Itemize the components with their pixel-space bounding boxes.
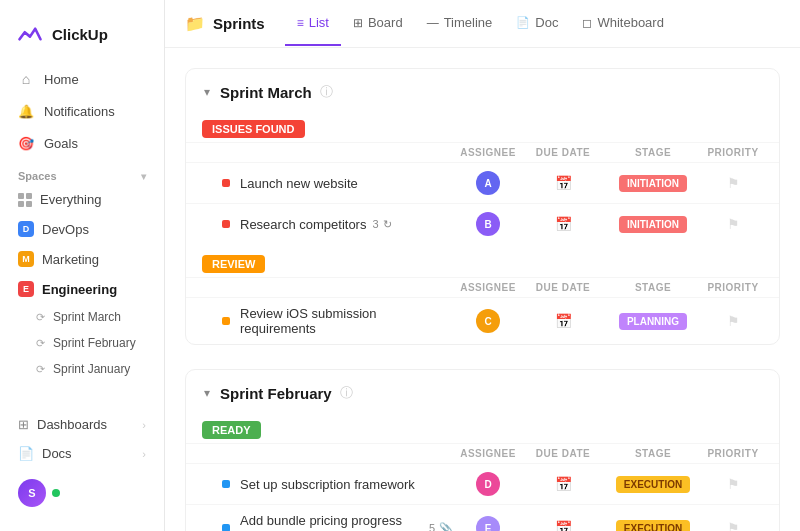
content-area: ▾ Sprint March ⓘ ISSUES FOUND ASSIGNEE D… — [165, 48, 800, 531]
assignee-avatar-4: D — [476, 472, 500, 496]
task-name-text-1: Launch new website — [240, 176, 358, 191]
engineering-icon: E — [18, 281, 34, 297]
sidebar-item-devops[interactable]: D DevOps — [8, 215, 156, 243]
sprint-february-collapse-button[interactable]: ▾ — [202, 384, 212, 402]
everything-label: Everything — [40, 192, 101, 207]
calendar-icon-1[interactable]: 📅 — [555, 175, 572, 191]
task-table-header-2: ASSIGNEE DUE DATE STAGE PRIORITY — [186, 277, 779, 297]
page-title: Sprints — [213, 15, 265, 32]
sprint-february-info-icon[interactable]: ⓘ — [340, 384, 353, 402]
task-name-1: Launch new website — [240, 176, 453, 191]
table-row[interactable]: Set up subscription framework D 📅 EXECUT… — [186, 463, 779, 504]
clickup-logo-icon — [16, 20, 44, 48]
task-name-5: Add bundle pricing progress bar 5 📎 — [240, 513, 453, 531]
board-tab-label: Board — [368, 15, 403, 30]
sidebar-item-sprint-january[interactable]: ⟳ Sprint January — [8, 357, 156, 381]
sidebar-item-goals[interactable]: 🎯 Goals — [8, 128, 156, 158]
sidebar-item-everything[interactable]: Everything — [8, 186, 156, 213]
task-table-header-1: ASSIGNEE DUE DATE STAGE PRIORITY — [186, 142, 779, 162]
tab-timeline[interactable]: — Timeline — [415, 1, 505, 46]
assignee-avatar-2: B — [476, 212, 500, 236]
assignee-cell-5: E — [453, 516, 523, 531]
flag-icon-2[interactable]: ⚑ — [727, 216, 740, 232]
task-badge-count-5: 5 — [429, 522, 435, 531]
tab-board[interactable]: ⊞ Board — [341, 1, 415, 46]
sprint-march-section: ▾ Sprint March ⓘ ISSUES FOUND ASSIGNEE D… — [185, 68, 780, 345]
sidebar-item-dashboards[interactable]: ⊞ Dashboards › — [8, 411, 156, 438]
docs-chevron: › — [142, 448, 146, 460]
sidebar-item-home[interactable]: ⌂ Home — [8, 64, 156, 94]
task-name-3: Review iOS submission requirements — [240, 306, 453, 336]
calendar-icon-3[interactable]: 📅 — [555, 313, 572, 329]
duedate-cell-1: 📅 — [523, 175, 603, 191]
table-row[interactable]: Research competitors 3 ↻ B 📅 INITIATION … — [186, 203, 779, 244]
task-indicator-icon — [222, 220, 230, 228]
calendar-icon-2[interactable]: 📅 — [555, 216, 572, 232]
stage-cell-2: INITIATION — [603, 216, 703, 233]
stage-badge-3: PLANNING — [619, 313, 687, 330]
table-row[interactable]: Add bundle pricing progress bar 5 📎 E 📅 … — [186, 504, 779, 531]
spaces-list: Everything D DevOps M Marketing E Engine… — [0, 186, 164, 381]
main-content: 📁 Sprints ≡ List ⊞ Board — Timeline 📄 Do… — [165, 0, 800, 531]
task-name-text-3: Review iOS submission requirements — [240, 306, 453, 336]
flag-icon-5[interactable]: ⚑ — [727, 520, 740, 531]
sprint-february-header: ▾ Sprint February ⓘ — [186, 370, 779, 412]
whiteboard-tab-label: Whiteboard — [597, 15, 663, 30]
sidebar-item-notifications[interactable]: 🔔 Notifications — [8, 96, 156, 126]
sidebar-item-docs[interactable]: 📄 Docs › — [8, 440, 156, 467]
calendar-icon-4[interactable]: 📅 — [555, 476, 572, 492]
task-name-4: Set up subscription framework — [240, 477, 453, 492]
docs-label: Docs — [42, 446, 72, 461]
dashboards-label: Dashboards — [37, 417, 107, 432]
tab-doc[interactable]: 📄 Doc — [504, 1, 570, 46]
logo: ClickUp — [0, 12, 164, 64]
sidebar-item-marketing[interactable]: M Marketing — [8, 245, 156, 273]
task-name-text-4: Set up subscription framework — [240, 477, 415, 492]
duedate-cell-2: 📅 — [523, 216, 603, 232]
tab-list[interactable]: ≡ List — [285, 1, 341, 46]
refresh-icon-2: ↻ — [383, 218, 392, 231]
col-stage-header: STAGE — [603, 147, 703, 158]
task-indicator-icon — [222, 317, 230, 325]
sprint-march-info-icon[interactable]: ⓘ — [320, 83, 333, 101]
goals-label: Goals — [44, 136, 78, 151]
priority-cell-3: ⚑ — [703, 313, 763, 329]
sidebar-item-sprint-march[interactable]: ⟳ Sprint March — [8, 305, 156, 329]
stage-cell-1: INITIATION — [603, 175, 703, 192]
task-name-text-5: Add bundle pricing progress bar — [240, 513, 423, 531]
sidebar-item-engineering[interactable]: E Engineering — [8, 275, 156, 303]
assignee-avatar-5: E — [476, 516, 500, 531]
table-row[interactable]: Launch new website A 📅 INITIATION ⚑ — [186, 162, 779, 203]
assignee-cell-3: C — [453, 309, 523, 333]
task-indicator-icon — [222, 524, 230, 531]
sprint-march-label: Sprint March — [53, 310, 121, 324]
sidebar-bottom: ⊞ Dashboards › 📄 Docs › S — [0, 403, 164, 519]
flag-icon-4[interactable]: ⚑ — [727, 476, 740, 492]
docs-icon: 📄 — [18, 446, 34, 461]
col-duedate-header: DUE DATE — [523, 147, 603, 158]
sprint-icon-3: ⟳ — [36, 363, 45, 376]
goals-icon: 🎯 — [18, 135, 34, 151]
assignee-cell-4: D — [453, 472, 523, 496]
issues-found-badge: ISSUES FOUND — [202, 120, 305, 138]
task-subtask-badge-5: 5 📎 — [429, 522, 453, 532]
col-duedate-header-2: DUE DATE — [523, 282, 603, 293]
stage-badge-4: EXECUTION — [616, 476, 690, 493]
review-badge: REVIEW — [202, 255, 265, 273]
sprint-march-collapse-button[interactable]: ▾ — [202, 83, 212, 101]
stage-cell-4: EXECUTION — [603, 476, 703, 493]
stage-cell-5: EXECUTION — [603, 520, 703, 532]
sprint-icon-1: ⟳ — [36, 311, 45, 324]
calendar-icon-5[interactable]: 📅 — [555, 520, 572, 531]
dashboards-chevron: › — [142, 419, 146, 431]
sidebar: ClickUp ⌂ Home 🔔 Notifications 🎯 Goals S… — [0, 0, 165, 531]
user-status-badge — [52, 489, 60, 497]
table-row[interactable]: Review iOS submission requirements C 📅 P… — [186, 297, 779, 344]
flag-icon-3[interactable]: ⚑ — [727, 313, 740, 329]
tab-whiteboard[interactable]: ◻ Whiteboard — [570, 1, 675, 46]
stage-badge-2: INITIATION — [619, 216, 687, 233]
flag-icon-1[interactable]: ⚑ — [727, 175, 740, 191]
sidebar-item-sprint-february[interactable]: ⟳ Sprint February — [8, 331, 156, 355]
paperclip-icon-5: 📎 — [439, 522, 453, 532]
avatar[interactable]: S — [18, 479, 46, 507]
